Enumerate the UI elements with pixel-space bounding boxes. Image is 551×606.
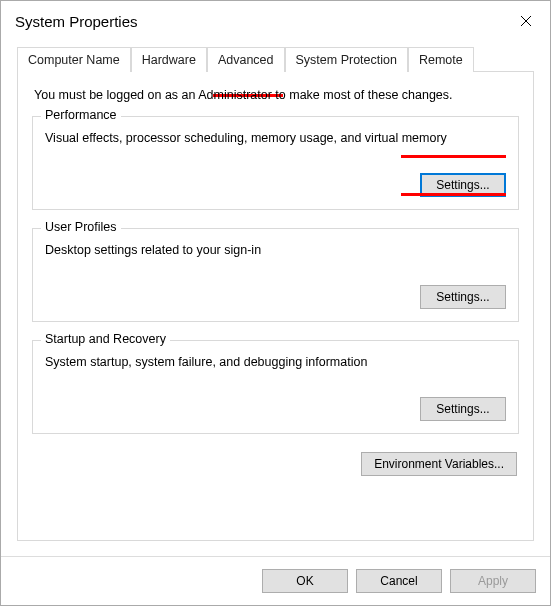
- ok-button[interactable]: OK: [262, 569, 348, 593]
- admin-note: You must be logged on as an Administrato…: [34, 88, 517, 102]
- tab-strip: Computer Name Hardware Advanced System P…: [17, 47, 534, 72]
- tab-remote[interactable]: Remote: [408, 47, 474, 72]
- tab-computer-name[interactable]: Computer Name: [17, 47, 131, 72]
- group-startup-legend: Startup and Recovery: [41, 332, 170, 346]
- apply-button[interactable]: Apply: [450, 569, 536, 593]
- annotation-perf-line-2: [401, 193, 506, 196]
- cancel-button[interactable]: Cancel: [356, 569, 442, 593]
- group-startup-recovery: Startup and Recovery System startup, sys…: [32, 340, 519, 434]
- user-profiles-settings-button[interactable]: Settings...: [420, 285, 506, 309]
- environment-variables-button[interactable]: Environment Variables...: [361, 452, 517, 476]
- bottom-button-bar: OK Cancel Apply: [1, 556, 550, 605]
- content-area: Computer Name Hardware Advanced System P…: [1, 37, 550, 556]
- window-title: System Properties: [15, 13, 138, 30]
- startup-settings-button[interactable]: Settings...: [420, 397, 506, 421]
- group-performance-legend: Performance: [41, 108, 121, 122]
- env-row: Environment Variables...: [32, 452, 519, 476]
- group-performance-desc: Visual effects, processor scheduling, me…: [45, 131, 506, 145]
- close-icon: [520, 15, 532, 27]
- group-startup-desc: System startup, system failure, and debu…: [45, 355, 506, 369]
- titlebar: System Properties: [1, 1, 550, 37]
- annotation-perf-line-1: [401, 155, 506, 158]
- group-user-profiles-desc: Desktop settings related to your sign-in: [45, 243, 506, 257]
- group-performance: Performance Visual effects, processor sc…: [32, 116, 519, 210]
- close-button[interactable]: [514, 9, 538, 33]
- system-properties-window: System Properties Computer Name Hardware…: [0, 0, 551, 606]
- tab-system-protection[interactable]: System Protection: [285, 47, 408, 72]
- group-user-profiles: User Profiles Desktop settings related t…: [32, 228, 519, 322]
- tab-hardware[interactable]: Hardware: [131, 47, 207, 72]
- tab-advanced[interactable]: Advanced: [207, 47, 285, 72]
- group-user-profiles-legend: User Profiles: [41, 220, 121, 234]
- tab-panel-advanced: You must be logged on as an Administrato…: [17, 71, 534, 541]
